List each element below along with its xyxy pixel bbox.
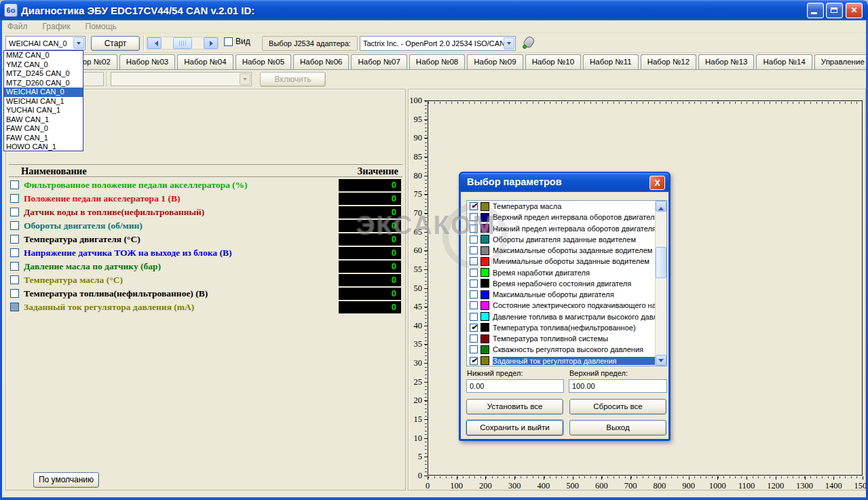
dialog-parameter-list[interactable]: ✔Температура маслаВерхний предел интерва… <box>466 200 667 366</box>
title-bar[interactable]: 6o Диагностика ЭБУ EDC17CV44/54 CAN v.2.… <box>0 0 868 20</box>
dialog-parameter-item[interactable]: Время нерабочего состояния двигателя <box>467 278 666 289</box>
item-checkbox[interactable] <box>470 313 478 321</box>
item-checkbox[interactable] <box>470 280 478 288</box>
row-checkbox[interactable] <box>10 262 19 271</box>
scroll-left-icon[interactable] <box>147 37 162 49</box>
row-checkbox[interactable] <box>10 248 19 257</box>
item-checkbox[interactable] <box>470 301 478 309</box>
item-checkbox[interactable]: ✔ <box>470 357 478 365</box>
dialog-title-bar[interactable]: Выбор параметров <box>460 173 669 192</box>
row-checkbox[interactable] <box>10 208 19 216</box>
dialog-parameter-item[interactable]: Обороты двигателя заданные водителем <box>467 234 666 245</box>
close-button[interactable]: ✕ <box>846 3 863 18</box>
x-tick <box>805 476 806 480</box>
row-checkbox[interactable] <box>10 289 19 298</box>
item-checkbox[interactable] <box>470 257 478 265</box>
ecu-option[interactable]: YMZ CAN_0 <box>4 60 83 70</box>
item-checkbox[interactable] <box>470 345 478 353</box>
item-checkbox[interactable] <box>470 225 478 233</box>
tab-3[interactable]: Набор №03 <box>119 54 175 69</box>
dialog-close-button[interactable]: X <box>649 176 665 190</box>
ecu-option[interactable]: MTZ_D245 CAN_0 <box>4 69 83 79</box>
tab-15[interactable]: Управление <box>814 54 868 69</box>
tab-10[interactable]: Набор №10 <box>525 54 581 69</box>
ecu-option[interactable]: BAW CAN_1 <box>4 115 83 125</box>
tab-11[interactable]: Набор №11 <box>583 54 639 69</box>
row-checkbox[interactable] <box>10 180 19 189</box>
ecu-option[interactable]: FAW CAN_0 <box>4 124 83 134</box>
scrollbar-thumb[interactable] <box>656 247 666 278</box>
dialog-parameter-item[interactable]: Давление топлива в магистрали высокого д… <box>467 311 666 322</box>
x-tick-label: 100 <box>445 481 469 491</box>
row-checkbox[interactable] <box>10 303 19 311</box>
tab-13[interactable]: Набор №13 <box>698 54 754 69</box>
ecu-option[interactable]: WEICHAI CAN_0 <box>4 88 83 97</box>
dialog-parameter-item[interactable]: Минимальные обороты заданные водителем <box>467 256 666 267</box>
dialog-parameter-item[interactable]: Максимальные обороты заданные водителем <box>467 245 666 256</box>
default-button[interactable]: По умолчанию <box>33 472 99 488</box>
ecu-option[interactable]: MMZ CAN_0 <box>4 51 83 60</box>
dialog-parameter-item[interactable]: ✔Температура топлива(нефильтрованное) <box>467 322 666 333</box>
menu-file[interactable]: Файл <box>7 22 28 31</box>
lower-limit-input[interactable]: 0.00 <box>466 379 564 393</box>
history-scrollbar[interactable] <box>147 37 219 50</box>
x-tick-label: 1400 <box>821 481 846 491</box>
ecu-dropdown-list[interactable]: MMZ CAN_0YMZ CAN_0MTZ_D245 CAN_0MTZ_D260… <box>3 50 83 151</box>
tab-7[interactable]: Набор №07 <box>351 54 407 69</box>
row-checkbox[interactable] <box>10 194 19 203</box>
item-checkbox[interactable]: ✔ <box>470 324 478 332</box>
item-checkbox[interactable]: ✔ <box>470 202 478 210</box>
tab-6[interactable]: Набор №06 <box>293 54 349 69</box>
scroll-down-icon[interactable] <box>656 355 666 366</box>
dialog-parameter-item[interactable]: Скважность регулятора высокого давления <box>467 344 666 355</box>
dialog-parameter-item[interactable]: Нижний предел интервала оборотов двигате… <box>467 223 666 234</box>
tab-9[interactable]: Набор №09 <box>467 54 523 69</box>
item-checkbox[interactable] <box>470 246 478 254</box>
j2534-device-icon[interactable] <box>522 36 537 50</box>
item-checkbox[interactable] <box>470 235 478 244</box>
restore-button[interactable] <box>826 3 843 18</box>
dialog-parameter-item[interactable]: Максимальные обороты двигателя <box>467 289 666 300</box>
exit-button[interactable]: Выход <box>569 420 666 436</box>
dialog-parameter-item[interactable]: Верхний предел интервала оборотов двигат… <box>467 212 666 223</box>
dialog-parameter-item[interactable]: Температура топливной системы <box>467 333 666 344</box>
tab-12[interactable]: Набор №12 <box>641 54 696 69</box>
ecu-select-combo[interactable]: WEICHAI CAN_0 <box>5 36 86 50</box>
item-checkbox[interactable] <box>470 269 478 277</box>
item-checkbox[interactable] <box>470 213 478 221</box>
ecu-option[interactable]: WEICHAI CAN_1 <box>4 97 83 107</box>
tab-4[interactable]: Набор №04 <box>177 54 233 69</box>
reset-all-button[interactable]: Сбросить все <box>569 399 666 415</box>
tab-14[interactable]: Набор №14 <box>756 54 812 69</box>
ecu-option[interactable]: FAW CAN_1 <box>4 134 83 143</box>
menu-help[interactable]: Помощь <box>86 22 117 31</box>
dialog-scrollbar[interactable] <box>655 201 666 366</box>
tab-5[interactable]: Набор №05 <box>235 54 291 69</box>
dialog-parameter-item[interactable]: Состояние электрического подкачивающего … <box>467 300 666 311</box>
adapter-combo[interactable]: Tactrix Inc. - OpenPort 2.0 J2534 ISO/CA… <box>360 36 516 51</box>
set-all-button[interactable]: Установить все <box>466 399 563 415</box>
scrollbar-thumb[interactable] <box>173 37 192 49</box>
menu-graph[interactable]: График <box>43 22 71 31</box>
save-exit-button[interactable]: Сохранить и выйти <box>466 420 563 436</box>
row-checkbox[interactable] <box>10 235 19 244</box>
dialog-parameter-item[interactable]: Время наработки двигателя <box>467 267 666 278</box>
dialog-parameter-item[interactable]: ✔Температура масла <box>467 201 666 212</box>
scroll-up-icon[interactable] <box>656 201 666 212</box>
dialog-parameter-item[interactable]: ✔Заданный ток регулятора давления <box>467 355 666 366</box>
upper-limit-input[interactable]: 100.00 <box>569 379 667 393</box>
row-checkbox[interactable] <box>10 221 19 230</box>
view-checkbox[interactable] <box>224 37 233 46</box>
row-checkbox[interactable] <box>10 275 19 284</box>
ecu-option[interactable]: YUCHAI CAN_1 <box>4 106 83 115</box>
item-checkbox[interactable] <box>470 290 478 299</box>
ecu-option[interactable]: HOWO CAN_1 <box>4 142 83 152</box>
ecu-option[interactable]: MTZ_D260 CAN_0 <box>4 79 83 88</box>
start-button[interactable]: Старт <box>91 36 140 51</box>
minimize-button[interactable] <box>807 3 824 18</box>
item-checkbox[interactable] <box>470 334 478 343</box>
tab-8[interactable]: Набор №08 <box>409 54 465 69</box>
scroll-right-icon[interactable] <box>204 37 218 49</box>
chevron-down-icon[interactable] <box>73 37 84 49</box>
chevron-down-icon[interactable] <box>504 37 514 50</box>
